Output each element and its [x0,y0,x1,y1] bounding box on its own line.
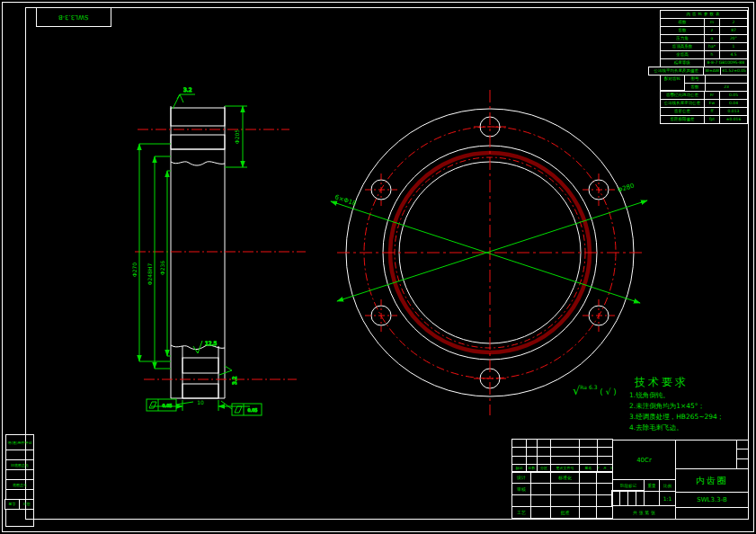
table-row-mate: 配对齿轮 图号 齿数23 [661,76,748,92]
section-hatching [171,108,225,398]
boss-dia-label: Φ205 [234,129,240,144]
title-block: 标记处数分区更改文件号签名年、月、日 设计标准化 审核 工艺批准 40Cr 阶段… [512,440,749,520]
roughness-paren: ( √ ) [600,387,616,396]
roles-grid: 设计标准化 审核 工艺批准 [512,472,613,519]
corner-drawing-number: SWL3.3-B [58,13,88,21]
fcf-right-value: 0.05 [247,407,257,413]
section-dimensions: Φ270 Φ248H7 Φ236 Φ205 10 [131,106,250,411]
corner-drawing-number-box: SWL3.3-B [36,7,111,27]
tech-req-item: 4.去除毛刺飞边。 [629,423,750,433]
section-centerlines [135,129,306,379]
table-row: 齿距极限偏差fpt±0.016 [661,116,748,124]
outer-dia-label: Φ270 [131,263,138,277]
material-cell: 40Cr [612,440,676,480]
fcf-left-value: 0.05 [162,403,172,408]
roughness-side-label: 3.2 [231,376,237,385]
tech-req-title: 技术要求 [635,375,750,390]
technical-requirements: 技术要求 1.锐角倒钝。 2.未注倒角均为1×45°； 3.经调质处理，HB26… [629,375,750,433]
cad-drawing-page: 6×Φ18 Φ280 [0,0,756,534]
drawing-title: 内齿圈 [675,468,749,493]
company-cell [675,440,737,469]
sheet-count: 共 张 第 张 [612,505,676,520]
weight-label: 重量 [644,479,660,492]
revision-grid: 标记处数分区更改文件号签名年、月、日 [512,440,613,473]
margin-table: 借(通)用件登记 旧底图总号 底图总号 签字日期 [5,435,34,527]
tech-req-item: 2.未注倒角均为1×45°； [629,401,750,412]
margin-table-split-row: 签字日期 [5,499,34,510]
drawing-number: SWL3.3-B [675,492,749,508]
inner-dia-label: Φ236 [159,261,165,275]
roughness-bottom-label: 12.5 [205,340,218,346]
roughness-value: Ra 6.3 [580,384,597,390]
feature-control-frames: 0.05 0.05 [147,399,262,415]
gear-parameter-table: 内齿轮参数表 模数m2 齿数z87 压力角α20° 齿顶高系数ha*1 全齿高h… [649,11,748,124]
tech-req-item: 3.经调质处理，HB265~294； [629,412,750,423]
holes-dimension-label: 6×Φ18 [334,193,357,207]
surface-finish-note: √Ra 6.3 ( √ ) [573,384,617,397]
break-line-top [171,162,225,165]
scale-value: 1:1 [659,491,676,506]
flatness-icon [235,406,242,413]
stage-mark-cells [612,491,645,506]
roughness-icon [193,341,202,353]
bolt-circle-dimension-label: Φ280 [617,182,635,193]
section-view: Φ270 Φ248H7 Φ236 Φ205 10 [131,86,306,415]
front-view-dimensions: 6×Φ18 Φ280 [331,182,647,303]
tech-req-item: 1.锐角倒钝。 [629,390,750,401]
roughness-callouts: 3.2 12.5 3.2 [173,86,237,385]
thickness-label: 10 [197,399,204,405]
scale-label: 比例 [659,479,676,492]
front-view-centerlines [337,90,643,415]
weight-value [644,491,660,506]
roughness-top-label: 3.2 [183,86,192,93]
front-view: 6×Φ18 Φ280 [331,90,647,415]
roughness-icon [219,366,232,375]
flatness-icon [149,402,156,408]
mid-dia-label: Φ248H7 [147,263,153,286]
